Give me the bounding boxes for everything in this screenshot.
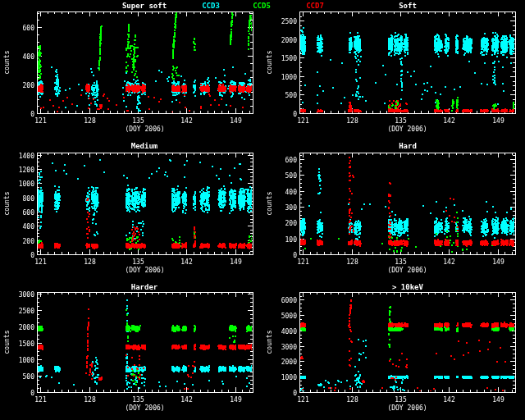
panel-title-hard: Hard (399, 142, 417, 150)
legend-ccd7-label: CCD7 (306, 2, 324, 10)
panel-title-soft: Soft (399, 2, 417, 10)
panel-title-medium: Medium (131, 142, 158, 150)
lightcurve-figure: Super soft CCD3 CCD5 CCD7 Soft Medium Ha… (0, 0, 525, 420)
plots-canvas (0, 0, 525, 420)
legend-ccd3-label: CCD3 (202, 2, 220, 10)
legend-ccd5-label: CCD5 (253, 2, 271, 10)
panel-title-harder: Harder (131, 283, 158, 291)
panel-title-gt10kev: > 10keV (392, 283, 423, 291)
panel-title-super-soft: Super soft (122, 2, 167, 10)
